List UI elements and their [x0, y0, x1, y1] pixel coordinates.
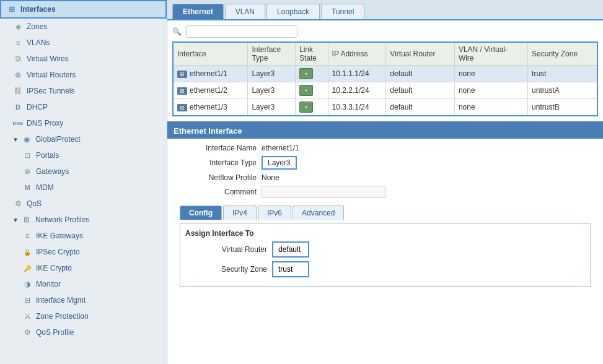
- cell-vlan-virtual-wire: none: [454, 82, 527, 99]
- dhcp-icon: [12, 102, 24, 113]
- sidebar-item-label: MDM: [36, 183, 162, 192]
- col-header-interface-type: InterfaceType: [248, 42, 296, 66]
- sidebar-item-interfaces[interactable]: Interfaces: [0, 0, 167, 19]
- gateways-icon: [22, 166, 33, 177]
- sidebar-item-zone-protection[interactable]: Zone Protection: [0, 308, 167, 324]
- sidebar-item-label: Zones: [27, 22, 162, 31]
- sidebar-item-label: DHCP: [27, 103, 162, 111]
- ike-gateways-icon: [22, 230, 33, 241]
- sub-tab-ipv4[interactable]: IPv4: [223, 206, 257, 220]
- table-header: InterfaceInterfaceTypeLinkStateIP Addres…: [173, 42, 597, 66]
- table-row[interactable]: ⊞ethernet1/2Layer3▪10.2.2.1/24defaultnon…: [173, 82, 597, 99]
- sidebar-item-interface-mgmt[interactable]: Interface Mgmt: [0, 292, 167, 308]
- main-content: EthernetVLANLoopbackTunnel 🔍 InterfaceIn…: [167, 0, 603, 364]
- sidebar-item-ike-gateways[interactable]: IKE Gateways: [0, 228, 167, 244]
- interface-type-select[interactable]: Layer3: [262, 156, 297, 170]
- sidebar-item-label: DNS Proxy: [27, 119, 162, 128]
- sidebar-item-virtual-routers[interactable]: Virtual Routers: [0, 67, 167, 83]
- tree-arrow-icon: ▼: [12, 136, 20, 143]
- assign-section-title: Assign Interface To: [185, 229, 585, 238]
- cell-security-zone: trust: [528, 66, 597, 82]
- network-profiles-icon: [21, 214, 32, 225]
- comment-input[interactable]: [262, 186, 385, 198]
- link-state-icon: ▪: [299, 85, 313, 96]
- sidebar-item-mdm[interactable]: MDM: [0, 180, 167, 196]
- sidebar-item-ipsec-tunnels[interactable]: IPSec Tunnels: [0, 83, 167, 99]
- sub-tab-content: Assign Interface To Virtual Router defau…: [180, 223, 591, 287]
- sidebar-item-label: Monitor: [36, 280, 162, 288]
- sidebar-item-monitor[interactable]: Monitor: [0, 276, 167, 292]
- cell-interface: ⊞ethernet1/1: [173, 66, 248, 82]
- sidebar-item-gateways[interactable]: Gateways: [0, 163, 167, 180]
- sidebar-item-label: QoS Profile: [36, 328, 162, 337]
- sidebar-item-dns-proxy[interactable]: DNS Proxy: [0, 115, 167, 131]
- zones-icon: [12, 21, 24, 32]
- zone-protection-icon: [22, 311, 33, 322]
- dns-proxy-icon: [12, 118, 24, 129]
- sidebar-item-dhcp[interactable]: DHCP: [0, 99, 167, 115]
- sidebar-item-qos[interactable]: QoS: [0, 196, 167, 212]
- col-header-virtual-router: Virtual Router: [386, 42, 455, 66]
- sidebar-item-label: Zone Protection: [36, 312, 162, 321]
- tab-tunnel[interactable]: Tunnel: [321, 4, 364, 19]
- ike-crypto-icon: [22, 262, 33, 274]
- interface-type-label: Interface Type: [175, 158, 262, 167]
- sidebar-item-label: Interfaces: [20, 5, 161, 14]
- ethernet-panel-title: Ethernet Interface: [174, 126, 242, 136]
- virtual-router-row: Virtual Router default: [185, 241, 585, 258]
- cell-link-state: ▪: [295, 99, 328, 116]
- sidebar-item-ike-crypto[interactable]: IKE Crypto: [0, 260, 167, 276]
- comment-row: Comment: [175, 186, 596, 198]
- table-row[interactable]: ⊞ethernet1/1Layer3▪10.1.1.1/24defaultnon…: [173, 66, 597, 82]
- sidebar-item-globalprotect[interactable]: ▼GlobalProtect: [0, 131, 167, 147]
- col-header-security-zone: Security Zone: [528, 42, 597, 66]
- sub-tab-ipv6[interactable]: IPv6: [258, 206, 291, 220]
- col-header-vlan-virtual-wire: VLAN / Virtual-Wire: [454, 42, 527, 66]
- tab-loopback[interactable]: Loopback: [266, 4, 320, 19]
- sidebar-item-label: GlobalProtect: [35, 135, 162, 144]
- globalprotect-icon: [21, 134, 32, 145]
- search-icon: 🔍: [172, 27, 182, 36]
- sidebar-item-label: Portals: [36, 151, 162, 160]
- virtual-wires-icon: [12, 53, 24, 64]
- sidebar-item-zones[interactable]: Zones: [0, 19, 167, 35]
- vlans-icon: [12, 37, 24, 48]
- sidebar-item-ipsec-crypto[interactable]: IPSec Crypto: [0, 244, 167, 260]
- cell-interface: ⊞ethernet1/2: [173, 82, 248, 99]
- sidebar: InterfacesZonesVLANsVirtual WiresVirtual…: [0, 0, 167, 364]
- sidebar-item-vlans[interactable]: VLANs: [0, 35, 167, 51]
- security-zone-row: Security Zone trust: [185, 261, 585, 277]
- sidebar-item-label: Gateways: [36, 167, 162, 176]
- security-zone-value[interactable]: trust: [272, 261, 309, 277]
- tab-vlan[interactable]: VLAN: [225, 4, 265, 19]
- qos-profile-icon: [22, 327, 33, 338]
- search-input[interactable]: [186, 25, 297, 38]
- sub-tab-advanced[interactable]: Advanced: [293, 206, 344, 220]
- tab-ethernet[interactable]: Ethernet: [172, 4, 224, 19]
- sidebar-item-network-profiles[interactable]: ▼Network Profiles: [0, 212, 167, 228]
- col-header-ip-address: IP Address: [328, 42, 386, 66]
- sidebar-item-label: Interface Mgmt: [36, 296, 162, 305]
- interface-mgmt-icon: [22, 295, 33, 306]
- cell-vlan-virtual-wire: none: [454, 66, 527, 82]
- cell-security-zone: untrustB: [528, 99, 597, 116]
- cell-virtual-router: default: [386, 99, 455, 116]
- virtual-router-value[interactable]: default: [272, 241, 309, 258]
- cell-virtual-router: default: [386, 66, 455, 82]
- sub-tab-config[interactable]: Config: [180, 206, 222, 220]
- sidebar-item-label: Network Profiles: [35, 215, 162, 224]
- interface-icon: ⊞: [177, 104, 187, 111]
- sidebar-item-virtual-wires[interactable]: Virtual Wires: [0, 51, 167, 67]
- cell-interface-type: Layer3: [248, 82, 296, 99]
- monitor-icon: [22, 279, 33, 290]
- comment-label: Comment: [175, 188, 262, 196]
- sidebar-item-label: IPSec Crypto: [36, 248, 162, 256]
- netflow-profile-value: None: [262, 173, 279, 182]
- search-bar: 🔍: [172, 25, 598, 38]
- col-header-link-state: LinkState: [295, 42, 328, 66]
- interface-name-value: ethernet1/1: [262, 144, 299, 152]
- cell-link-state: ▪: [295, 66, 328, 82]
- sidebar-item-portals[interactable]: Portals: [0, 147, 167, 163]
- table-row[interactable]: ⊞ethernet1/3Layer3▪10.3.3.1/24defaultnon…: [173, 99, 597, 116]
- sidebar-item-qos-profile[interactable]: QoS Profile: [0, 324, 167, 340]
